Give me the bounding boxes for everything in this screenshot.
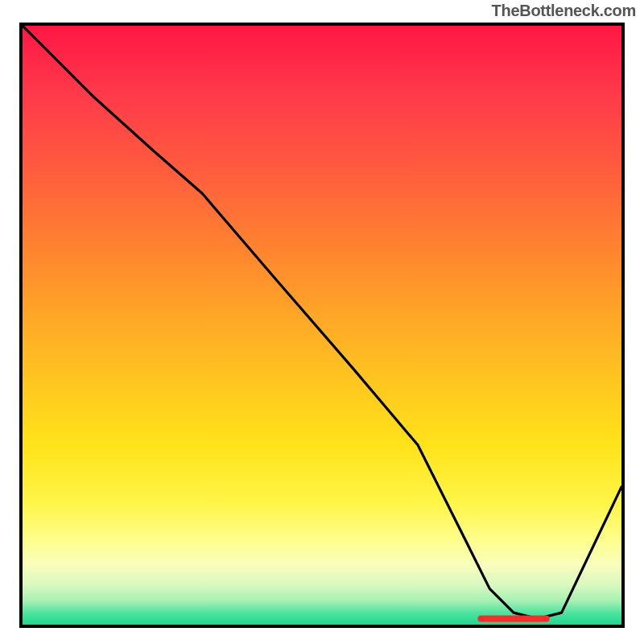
- plot-area: [19, 23, 625, 628]
- chart-container: TheBottleneck.com: [0, 0, 644, 644]
- valley-red-bar: [477, 616, 549, 622]
- watermark-text: TheBottleneck.com: [492, 2, 636, 20]
- bottleneck-curve: [23, 26, 621, 619]
- plot-svg: [23, 26, 621, 625]
